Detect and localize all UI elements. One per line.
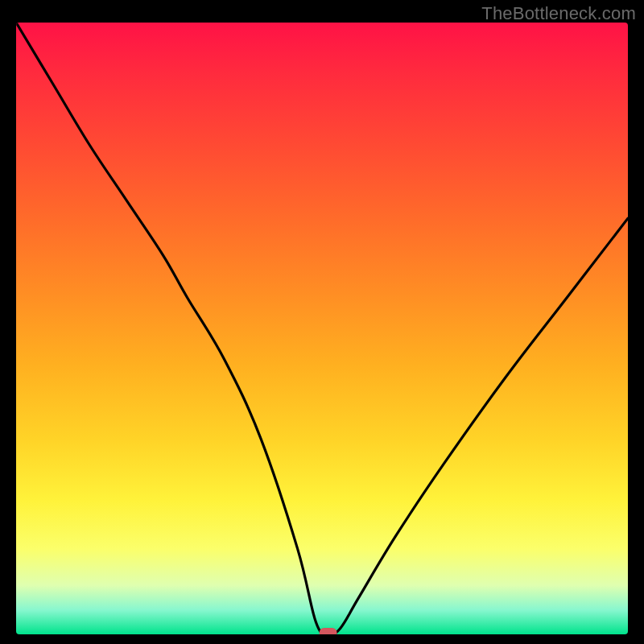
bottleneck-curve-path xyxy=(16,23,628,634)
curve-layer xyxy=(16,23,628,634)
min-marker xyxy=(320,628,337,634)
plot-area xyxy=(16,23,628,634)
watermark-text: TheBottleneck.com xyxy=(481,3,636,24)
chart-frame: TheBottleneck.com xyxy=(0,0,644,644)
